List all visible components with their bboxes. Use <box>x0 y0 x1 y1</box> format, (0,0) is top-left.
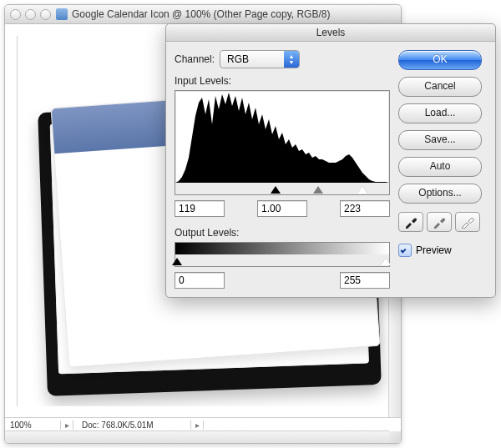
channel-label: Channel: <box>175 53 215 65</box>
preview-checkbox[interactable] <box>398 244 412 257</box>
preview-label: Preview <box>416 244 452 256</box>
dialog-title[interactable]: Levels <box>166 24 495 42</box>
save-button[interactable]: Save... <box>398 130 482 150</box>
shadow-slider[interactable] <box>271 186 281 194</box>
zoom-icon[interactable] <box>40 9 51 20</box>
select-stepper-icon: ▲▼ <box>284 51 299 68</box>
channel-select[interactable]: RGB ▲▼ <box>220 50 300 68</box>
status-bar: 100% ▸ Doc: 768.0K/5.01M ▸ <box>5 417 401 431</box>
ok-button[interactable]: OK <box>398 50 482 70</box>
ruler-vertical[interactable] <box>5 36 18 406</box>
cancel-button[interactable]: Cancel <box>398 77 482 97</box>
histogram-icon <box>175 91 389 183</box>
input-slider-track[interactable] <box>175 183 389 194</box>
document-file-icon <box>56 8 68 20</box>
titlebar[interactable]: Google Calendar Icon @ 100% (Other Page … <box>5 5 401 24</box>
output-levels-label: Output Levels: <box>175 227 390 239</box>
midtone-input[interactable] <box>257 200 307 217</box>
output-high-slider[interactable] <box>381 258 391 265</box>
output-low-input[interactable] <box>175 272 225 289</box>
gray-eyedropper-button[interactable] <box>427 212 452 232</box>
output-low-slider[interactable] <box>172 258 182 265</box>
output-slider-track[interactable] <box>175 254 389 266</box>
midtone-slider[interactable] <box>313 186 323 194</box>
highlight-slider[interactable] <box>357 186 367 194</box>
zoom-field[interactable]: 100% <box>5 420 61 430</box>
auto-button[interactable]: Auto <box>398 157 482 177</box>
histogram <box>175 90 390 195</box>
black-eyedropper-button[interactable] <box>398 212 423 232</box>
status-popup-icon[interactable]: ▸ <box>61 420 73 430</box>
highlight-input[interactable] <box>340 200 390 217</box>
close-icon[interactable] <box>10 9 21 20</box>
options-button[interactable]: Options... <box>398 184 482 204</box>
window-controls <box>10 9 51 20</box>
white-eyedropper-button[interactable] <box>455 212 480 232</box>
channel-value: RGB <box>220 53 284 65</box>
document-title: Google Calendar Icon @ 100% (Other Page … <box>72 8 330 20</box>
levels-dialog[interactable]: Levels Channel: RGB ▲▼ Input Levels: <box>165 23 496 298</box>
svg-marker-0 <box>175 93 389 183</box>
doc-info[interactable]: Doc: 768.0K/5.01M <box>73 420 191 430</box>
resize-corner[interactable] <box>389 431 401 443</box>
scrollbar-horizontal[interactable] <box>5 430 389 443</box>
eyedropper-black-icon <box>404 215 418 229</box>
eyedropper-white-icon <box>461 215 474 229</box>
minimize-icon[interactable] <box>25 9 36 20</box>
input-levels-label: Input Levels: <box>175 75 390 87</box>
output-high-input[interactable] <box>340 272 390 289</box>
eyedropper-gray-icon <box>433 215 446 229</box>
load-button[interactable]: Load... <box>398 103 482 123</box>
output-gradient <box>175 242 390 267</box>
doc-info-arrow-icon[interactable]: ▸ <box>191 420 204 430</box>
shadow-input[interactable] <box>175 200 225 217</box>
